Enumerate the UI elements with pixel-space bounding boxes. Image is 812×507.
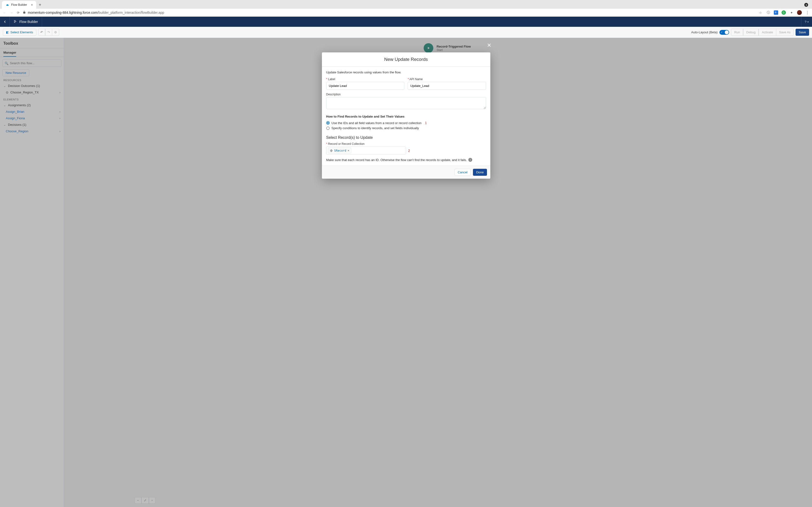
save-as-button[interactable]: Save As [776, 29, 794, 36]
label-field-label: Label [326, 77, 405, 81]
selected-record-pill: SRecord × [328, 148, 351, 153]
label-input[interactable] [326, 82, 405, 90]
app-title: Flow Builder [19, 20, 38, 24]
select-icon: ◧ [6, 31, 9, 34]
done-button[interactable]: Done [473, 169, 487, 176]
address-toolbar: ← → ⟳ momentum-computing-884.lightning.f… [0, 9, 812, 17]
undo-redo-group: ↶ ↷ ⚙ [38, 29, 59, 36]
toggle-switch[interactable]: ✓ [719, 30, 729, 35]
api-name-field-label: API Name [408, 77, 486, 81]
hint-row: Make sure that each record has an ID. Ot… [326, 158, 486, 162]
save-button[interactable]: Save [796, 29, 809, 36]
select-elements-label: Select Elements [10, 31, 33, 34]
redo-button[interactable]: ↷ [45, 29, 52, 36]
help-icon: ? [805, 20, 806, 24]
radio-option-1-label: Use the IDs and all field values from a … [332, 121, 422, 125]
description-field-label: Description [326, 93, 486, 96]
modal-footer: Cancel Done [322, 166, 490, 179]
toggle-knob [725, 31, 729, 34]
record-collection-label: Record or Record Collection [326, 142, 486, 146]
tab-strip: Flow Builder × + ▾ [0, 0, 812, 9]
app-brand: Flow Builder [10, 17, 42, 27]
new-tab-button[interactable]: + [39, 2, 41, 7]
modal-close-button[interactable]: ✕ [487, 42, 491, 49]
pill-text: SRecord [334, 149, 347, 152]
browser-tab[interactable]: Flow Builder × [2, 1, 36, 9]
app-back-button[interactable] [0, 17, 10, 27]
hint-text: Make sure that each record has an ID. Ot… [326, 158, 467, 162]
select-records-title: Select Record(s) to Update [326, 135, 486, 140]
info-icon[interactable]: ⓘ [766, 10, 770, 15]
auto-layout-label: Auto-Layout (Beta) [691, 31, 717, 34]
annotation-1: 1 [425, 121, 427, 125]
chevron-down-icon: ▾ [807, 20, 809, 23]
radio-option-use-ids[interactable]: Use the IDs and all field values from a … [326, 120, 486, 125]
action-button-group: Run Debug Activate Save As [731, 29, 794, 36]
address-bar[interactable]: momentum-computing-884.lightning.force.c… [23, 11, 756, 14]
close-tab-icon[interactable]: × [31, 3, 33, 7]
window-control-icon[interactable]: ▾ [804, 3, 808, 7]
app-header: Flow Builder ? ▾ [0, 17, 812, 27]
settings-gear-button[interactable]: ⚙ [52, 29, 59, 36]
salesforce-favicon-icon [5, 3, 9, 7]
star-icon[interactable]: ☆ [758, 10, 763, 15]
description-textarea[interactable] [326, 97, 486, 109]
debug-button[interactable]: Debug [743, 29, 759, 36]
api-name-input[interactable] [408, 82, 486, 90]
activate-button[interactable]: Activate [759, 29, 776, 36]
radio-selected-icon [326, 121, 329, 125]
extensions-puzzle-icon[interactable]: ✦ [789, 10, 794, 15]
select-elements-button[interactable]: ◧ Select Elements [3, 29, 36, 36]
toolbar-actions: ☆ ⓘ 🔍 G ✦ ⋮ [758, 10, 810, 15]
cancel-button[interactable]: Cancel [455, 169, 470, 176]
nav-forward-icon[interactable]: → [9, 11, 13, 14]
nav-back-icon[interactable]: ← [2, 11, 7, 14]
url-text: momentum-computing-884.lightning.force.c… [28, 11, 164, 14]
builder-toolbar: ◧ Select Elements ↶ ↷ ⚙ Auto-Layout (Bet… [0, 27, 812, 38]
info-icon[interactable]: i [468, 158, 472, 162]
extension-blue-icon[interactable]: 🔍 [774, 10, 778, 15]
url-path: /builder_platform_interaction/flowBuilde… [98, 11, 164, 14]
undo-button[interactable]: ↶ [38, 29, 45, 36]
help-menu[interactable]: ? ▾ [801, 17, 812, 27]
browser-chrome: Flow Builder × + ▾ ← → ⟳ momentum-comput… [0, 0, 812, 17]
grammarly-icon[interactable]: G [781, 10, 786, 15]
nav-reload-icon[interactable]: ⟳ [16, 11, 20, 14]
modal-title: New Update Records [322, 52, 490, 67]
tab-title: Flow Builder [11, 3, 27, 6]
radio-unselected-icon [326, 126, 329, 130]
check-icon: ✓ [721, 31, 723, 34]
menu-kebab-icon[interactable]: ⋮ [805, 10, 810, 15]
update-records-modal: ✕ New Update Records Update Salesforce r… [322, 52, 490, 179]
flow-icon [13, 19, 17, 24]
lock-icon [23, 11, 26, 14]
modal-overlay: ✕ New Update Records Update Salesforce r… [0, 38, 812, 507]
modal-intro: Update Salesforce records using values f… [326, 70, 486, 74]
run-button[interactable]: Run [731, 29, 743, 36]
profile-avatar[interactable] [797, 10, 802, 15]
how-to-find-title: How to Find Records to Update and Set Th… [326, 115, 486, 118]
globe-icon [329, 149, 333, 152]
radio-option-2-label: Specify conditions to identify records, … [332, 126, 419, 130]
auto-layout-toggle[interactable]: Auto-Layout (Beta) ✓ [691, 30, 729, 35]
pill-remove-icon[interactable]: × [348, 149, 349, 152]
annotation-2: 2 [408, 149, 410, 153]
url-host: momentum-computing-884.lightning.force.c… [28, 11, 98, 14]
record-collection-input[interactable]: SRecord × 2 [326, 147, 406, 155]
radio-option-specify-conditions[interactable]: Specify conditions to identify records, … [326, 125, 486, 131]
